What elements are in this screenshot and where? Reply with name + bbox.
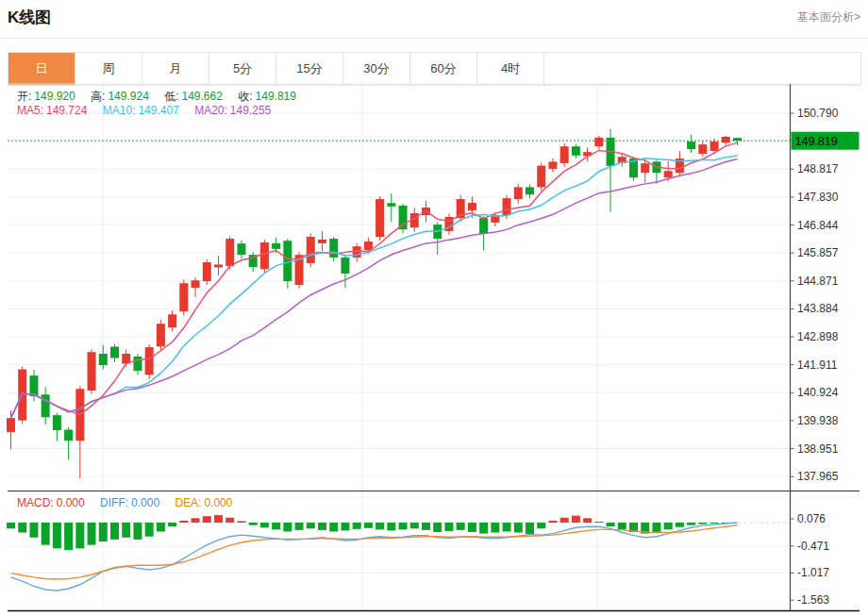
candle-body xyxy=(168,314,176,327)
axis-tick-label: 140.924 xyxy=(797,386,839,399)
candle-body xyxy=(7,418,15,432)
macd-hist-bar xyxy=(18,523,26,533)
candle-body xyxy=(307,237,315,263)
macd-hist-bar xyxy=(260,523,269,527)
macd-hist-bar xyxy=(53,523,61,548)
axis-tick-label: 138.951 xyxy=(797,442,839,456)
candle-body xyxy=(64,429,73,441)
macd-hist-bar xyxy=(179,521,188,523)
macd-hist-bar xyxy=(145,523,154,537)
macd-hist-bar xyxy=(307,523,315,528)
macd-hist-bar xyxy=(214,515,223,523)
macd-hist-bar xyxy=(88,523,96,545)
candle-body xyxy=(503,198,511,215)
macd-hist-bar xyxy=(618,523,626,529)
candle-body xyxy=(145,347,154,375)
candle-body xyxy=(225,239,234,266)
candle-body xyxy=(203,262,211,281)
dea-line xyxy=(11,525,738,579)
candle-body xyxy=(157,324,165,346)
candle-body xyxy=(733,138,742,141)
macd-hist-bar xyxy=(249,523,258,525)
candle-body xyxy=(641,163,649,173)
macd-hist-bar xyxy=(503,523,511,531)
macd-hist-bar xyxy=(7,523,15,528)
macd-hist-bar xyxy=(75,523,84,548)
axis-tick-label: 147.830 xyxy=(797,191,839,204)
ma20-value: 149.255 xyxy=(230,104,271,117)
macd-hist-bar xyxy=(99,523,108,541)
macd-hist-bar xyxy=(433,523,442,532)
macd-hist-bar xyxy=(29,523,38,538)
kline-page: K线图 基本面分析> 日周月5分15分30分60分4时 150.790148.8… xyxy=(0,0,868,616)
open-value: 149.920 xyxy=(34,90,75,103)
candle-body xyxy=(514,187,523,199)
ma5-line xyxy=(11,142,738,418)
axis-tick-label: 144.871 xyxy=(797,275,839,288)
macd-readout: MACD:0.000 DIFF:0.000 DEA:0.000 xyxy=(17,496,235,509)
macd-hist-bar xyxy=(122,523,130,538)
macd-hist-bar xyxy=(295,523,304,530)
candle-body xyxy=(341,258,349,274)
macd-hist-bar xyxy=(64,523,73,550)
macd-hist-bar xyxy=(548,521,557,523)
candle-body xyxy=(399,206,408,229)
candle-body xyxy=(272,243,280,249)
macd-hist-bar xyxy=(376,523,384,529)
close-label: 收: xyxy=(238,90,252,103)
candle-body xyxy=(698,144,707,154)
macd-hist-bar xyxy=(594,522,603,523)
candle-body xyxy=(192,280,200,288)
macd-hist-bar xyxy=(168,523,176,526)
candle-body xyxy=(53,415,61,430)
ma-readout: MA5:149.724 MA10:149.407 MA20:149.255 xyxy=(17,104,274,117)
candle-body xyxy=(260,242,269,269)
current-price-badge-text: 149.819 xyxy=(795,135,838,148)
axis-tick-label: 146.844 xyxy=(797,219,839,232)
macd-hist-bar xyxy=(514,523,523,533)
macd-hist-bar xyxy=(583,518,592,523)
axis-tick-label: 145.857 xyxy=(797,246,839,259)
axis-tick-label: 141.911 xyxy=(797,358,838,372)
ohlc-readout: 开:149.920 高:149.924 低:149.662 收:149.819 xyxy=(17,89,299,105)
macd-hist-bar xyxy=(491,523,499,533)
macd-hist-bar xyxy=(537,523,545,528)
axis-tick-label: 139.938 xyxy=(797,414,839,427)
macd-hist-bar xyxy=(710,523,719,524)
macd-hist-bar xyxy=(225,518,234,523)
candle-body xyxy=(479,218,488,234)
close-value: 149.819 xyxy=(256,90,296,103)
macd-hist-bar xyxy=(387,523,395,530)
axis-tick-label: 150.790 xyxy=(797,107,839,120)
candle-body xyxy=(88,352,96,391)
macd-hist-bar xyxy=(479,523,488,534)
macd-hist-bar xyxy=(237,521,245,523)
ma10-line xyxy=(11,156,738,418)
candle-body xyxy=(468,203,476,210)
macd-hist-bar xyxy=(364,523,373,528)
low-label: 低: xyxy=(164,90,178,103)
diff-value: 0.000 xyxy=(131,496,159,509)
macd-hist-bar xyxy=(526,523,534,534)
candle-body xyxy=(29,375,38,396)
axis-tick-label: 142.898 xyxy=(797,330,839,343)
axis-tick-label: 143.884 xyxy=(797,302,839,315)
candle-body xyxy=(572,146,580,156)
macd-hist-bar xyxy=(272,523,280,529)
macd-hist-bar xyxy=(42,523,50,545)
macd-hist-bar xyxy=(664,523,673,529)
candle-body xyxy=(110,346,119,358)
macd-hist-bar xyxy=(283,523,292,531)
candle-body xyxy=(133,357,142,371)
candle-body xyxy=(710,142,719,151)
macd-hist-bar xyxy=(422,523,430,530)
axis-tick-label: 0.076 xyxy=(797,512,826,525)
macd-hist-bar xyxy=(341,523,349,530)
ma20-line xyxy=(11,159,738,419)
macd-value: 0.000 xyxy=(57,496,85,509)
macd-hist-bar xyxy=(572,516,580,523)
ma5-label: MA5: xyxy=(17,104,43,117)
axis-tick-label: -0.471 xyxy=(797,540,829,553)
candle-body xyxy=(376,199,384,237)
low-value: 149.662 xyxy=(182,90,223,103)
